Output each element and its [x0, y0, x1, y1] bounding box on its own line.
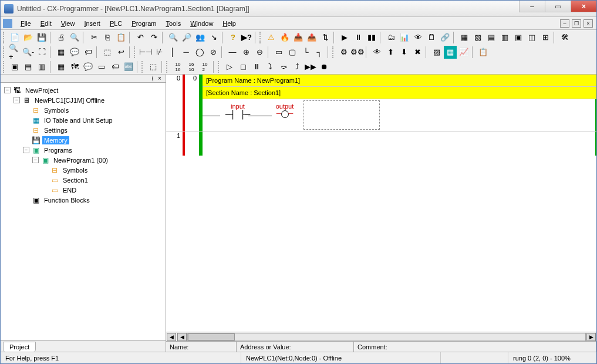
view-st-icon[interactable]: ▣ [512, 31, 525, 44]
scroll-track[interactable] [187, 333, 586, 341]
tree-section1[interactable]: ▭ Section1 [42, 175, 166, 185]
menu-program[interactable]: Program [127, 18, 161, 29]
work-online-icon[interactable]: 🔥 [278, 31, 291, 44]
sidebar-tab-project[interactable]: Project [3, 342, 36, 352]
menu-insert[interactable]: Insert [79, 18, 105, 29]
goto-icon[interactable]: ↘ [207, 31, 220, 44]
window-minimize-button[interactable]: – [519, 1, 545, 12]
online-icon[interactable]: ⚠ [265, 31, 278, 44]
new-closed-contact-icon[interactable]: ⊬ [153, 46, 166, 59]
tree-newprogram1[interactable]: − ▣ NewProgram1 (00) [32, 155, 166, 165]
step-over-icon[interactable]: ⤼ [277, 60, 290, 73]
connect-icon[interactable]: ⊕ [240, 46, 252, 59]
step-pause-icon[interactable]: ⏸ [250, 60, 263, 73]
branch-icon[interactable]: └ [299, 46, 312, 59]
new-closed-coil-icon[interactable]: ⊘ [207, 46, 220, 59]
window-close-button[interactable]: × [571, 1, 596, 12]
rung-0-cells[interactable]: input ─┤ ├─ output ── [203, 99, 596, 132]
scroll-left-icon[interactable]: ◀ [167, 333, 176, 341]
rung-1-cells[interactable] [203, 132, 596, 156]
run-mode-icon[interactable]: ▶ [338, 31, 351, 44]
new-coil-icon[interactable]: ◯ [193, 46, 206, 59]
ladder-viewport[interactable]: 0 0 [Program Name : NewProgram1] [Sectio… [166, 75, 596, 332]
contact-input[interactable]: input ─┤ ├─ [217, 103, 258, 119]
menu-help[interactable]: Help [218, 18, 241, 29]
show-comments-icon[interactable]: 💬 [68, 46, 81, 59]
context-help-icon[interactable]: ▶? [240, 31, 253, 44]
tree-root-newproject[interactable]: − 🏗 NewProject [4, 85, 166, 95]
step-stop-icon[interactable]: ◻ [237, 60, 249, 73]
show-names-icon[interactable]: 🔤 [122, 60, 135, 73]
transfer-to-plc-icon[interactable]: 📥 [292, 31, 305, 44]
tree-io-table[interactable]: ▦ IO Table and Unit Setup [23, 115, 166, 125]
compile-icon[interactable]: ⚙ [338, 46, 350, 59]
breakpoint-icon[interactable]: ⏺ [318, 60, 330, 73]
show-addresses-icon[interactable]: 🏷 [109, 60, 122, 73]
find-next-icon[interactable]: 🔎 [180, 31, 193, 44]
expander-icon[interactable]: − [4, 87, 11, 93]
compile-all-icon[interactable]: ⚙⚙ [351, 46, 364, 59]
debug-mode-icon[interactable]: ▮▮ [365, 31, 378, 44]
toolbar-grip[interactable] [166, 61, 170, 73]
compare-icon[interactable]: ⇅ [319, 31, 332, 44]
project-tree[interactable]: − 🏗 NewProject − 🖥 NewPLC1[CJ1M] Offline [1, 83, 166, 340]
rung-1-body[interactable]: 1 [166, 132, 596, 156]
rung-wrap-icon[interactable]: ↩ [114, 46, 127, 59]
view-sfc-icon[interactable]: ◫ [525, 31, 538, 44]
new-vertical-icon[interactable]: │ [166, 46, 179, 59]
properties-icon[interactable]: 📋 [477, 46, 490, 59]
branch-down-icon[interactable]: ┐ [313, 46, 326, 59]
monitor-icon[interactable]: 👁 [370, 46, 383, 59]
help-icon[interactable]: ? [227, 31, 240, 44]
force-cancel-icon[interactable]: ✖ [411, 46, 424, 59]
menu-edit[interactable]: Edit [36, 18, 56, 29]
menu-window[interactable]: Window [185, 18, 218, 29]
tree-prog-symbols[interactable]: ⊟ Symbols [42, 165, 166, 175]
step-into-icon[interactable]: ⤵ [264, 60, 276, 73]
mdi-close-button[interactable]: × [583, 19, 593, 28]
print-preview-icon[interactable]: 🔍 [68, 31, 81, 44]
zoom-out-icon[interactable]: 🔍- [22, 46, 35, 59]
view-address-icon[interactable]: 🗒 [425, 31, 438, 44]
hex-icon[interactable]: 1016 [171, 60, 184, 73]
mdi-minimize-button[interactable]: – [560, 19, 569, 28]
tree-memory[interactable]: 💾 Memory [23, 135, 166, 145]
paste-icon[interactable]: 📋 [114, 31, 127, 44]
force-off-icon[interactable]: ⬇ [397, 46, 410, 59]
bin-icon[interactable]: 102 [198, 60, 211, 73]
scroll-left-icon[interactable]: ◀ [177, 333, 187, 341]
coil-output[interactable]: output ── [264, 103, 305, 118]
toolbar-grip[interactable] [218, 61, 221, 73]
tree-end[interactable]: ▭ END [42, 185, 166, 195]
view-mnemonic-icon[interactable]: ▤ [485, 31, 498, 44]
menu-tools[interactable]: Tools [161, 18, 186, 29]
new-horizontal-icon[interactable]: ─ [180, 46, 193, 59]
tree-function-blocks[interactable]: ▣ Function Blocks [23, 195, 166, 205]
function-block-icon[interactable]: ▢ [286, 46, 299, 59]
toolbar-grip[interactable] [3, 32, 6, 43]
window-tile-v-icon[interactable]: ▥ [35, 60, 48, 73]
toolbar-grip[interactable] [3, 61, 6, 73]
cut-icon[interactable]: ✂ [87, 31, 100, 44]
step-out-icon[interactable]: ⤴ [291, 60, 303, 73]
rung-0-body[interactable]: input ─┤ ├─ output ── [166, 99, 596, 132]
grid-icon[interactable]: ▦ [55, 46, 68, 59]
window-cascade-icon[interactable]: ▣ [8, 60, 21, 73]
simulator-icon[interactable]: 🛠 [558, 31, 571, 44]
window-tile-h-icon[interactable]: ▤ [22, 60, 35, 73]
view-ladder-icon[interactable]: ▥ [498, 31, 511, 44]
horizontal-scrollbar[interactable]: ◀ ◀ ▶ [166, 332, 596, 341]
save-file-icon[interactable]: 💾 [35, 31, 48, 44]
view-memory-icon[interactable]: ▦ [458, 31, 471, 44]
redo-icon[interactable]: ↷ [147, 31, 160, 44]
scroll-thumb[interactable] [188, 333, 235, 341]
time-chart-icon[interactable]: 📈 [457, 46, 470, 59]
selection-box[interactable] [303, 100, 380, 130]
address-inc-icon[interactable]: ⬚ [147, 60, 160, 73]
instruction-icon[interactable]: ▭ [272, 46, 285, 59]
show-io-map-icon[interactable]: 🗺 [68, 60, 81, 73]
monitor-mode-icon[interactable]: ⏸ [352, 31, 365, 44]
show-comments2-icon[interactable]: 💬 [82, 60, 95, 73]
toggle-view-icon[interactable]: ⬚ [101, 46, 114, 59]
view-program-icon[interactable]: ▧ [471, 31, 484, 44]
